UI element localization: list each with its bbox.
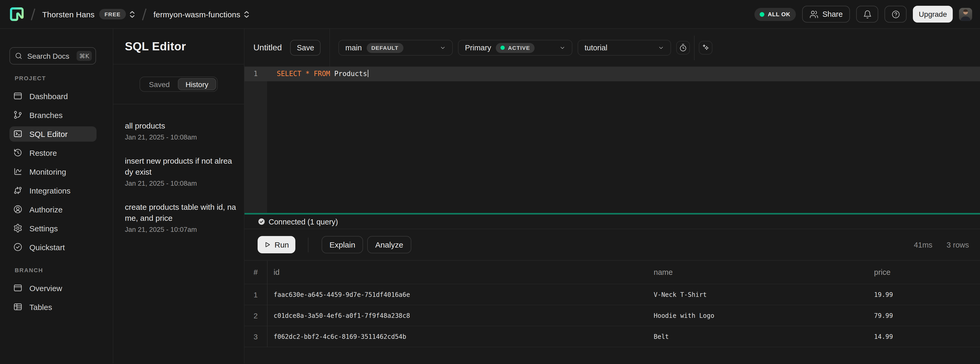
cell-index: 1 bbox=[245, 290, 267, 299]
help-button[interactable] bbox=[885, 6, 907, 22]
results-header-row: # id name price bbox=[245, 261, 980, 284]
controls-divider bbox=[330, 29, 330, 67]
tabs-control: Saved History bbox=[140, 76, 218, 92]
active-dot-icon bbox=[501, 46, 505, 50]
notifications-button[interactable] bbox=[856, 6, 878, 22]
query-duration: 41ms bbox=[914, 240, 932, 249]
sidebar-item-dashboard[interactable]: Dashboard bbox=[10, 87, 97, 105]
compute-active-badge: ACTIVE bbox=[496, 43, 535, 53]
sidebar-item-label: Quickstart bbox=[29, 243, 65, 251]
stopwatch-icon bbox=[679, 43, 687, 52]
sidebar-item-restore[interactable]: Restore bbox=[10, 143, 97, 162]
status-badge[interactable]: ALL OK bbox=[755, 8, 795, 21]
sql-code-editor[interactable]: 1 SELECT * FROM Products bbox=[245, 67, 980, 213]
branch-select[interactable]: main DEFAULT bbox=[339, 40, 453, 56]
tab-saved[interactable]: Saved bbox=[141, 78, 178, 91]
topbar-actions: ALL OK Share Upgrade bbox=[755, 6, 972, 22]
sidebar-item-label: Monitoring bbox=[29, 167, 66, 176]
avatar-photo bbox=[959, 8, 972, 21]
connection-status-row: Connected (1 query) bbox=[245, 215, 980, 229]
sidebar-item-monitoring[interactable]: Monitoring bbox=[10, 162, 97, 181]
query-history-timer-button[interactable] bbox=[676, 41, 690, 54]
sidebar-item-integrations[interactable]: Integrations bbox=[10, 181, 97, 200]
share-button[interactable]: Share bbox=[802, 6, 850, 22]
save-button[interactable]: Save bbox=[290, 40, 321, 56]
sql-table-name: Products bbox=[334, 70, 367, 78]
sidebar-item-authorize[interactable]: Authorize bbox=[10, 200, 97, 219]
sidebar-item-tables[interactable]: Tables bbox=[10, 297, 97, 316]
cell-name: V-Neck T-Shirt bbox=[654, 291, 874, 298]
bell-icon bbox=[863, 10, 872, 19]
query-meta: 41ms 3 rows bbox=[914, 240, 969, 249]
connected-label: Connected (1 query) bbox=[269, 218, 338, 226]
ai-assist-button[interactable] bbox=[699, 41, 713, 54]
table-row[interactable]: 3 f062dc2-bbf2-4c6c-8169-3511462cd54b Be… bbox=[245, 326, 980, 347]
check-circle-icon bbox=[258, 218, 265, 225]
tables-icon bbox=[13, 302, 22, 312]
cell-id: c01dce8a-3a50-4ef6-a0f1-7f9f48a238c8 bbox=[267, 312, 654, 319]
sidebar-item-label: Branches bbox=[29, 110, 63, 119]
neon-logo-icon[interactable] bbox=[10, 7, 24, 21]
tab-history[interactable]: History bbox=[178, 78, 216, 91]
history-list: all products Jan 21, 2025 - 10:08am inse… bbox=[113, 104, 244, 248]
project-selector-chevrons-icon[interactable] bbox=[244, 11, 249, 17]
cell-index: 3 bbox=[245, 332, 267, 341]
org-selector-chevrons-icon[interactable] bbox=[130, 11, 135, 17]
page-title: SQL Editor bbox=[125, 40, 186, 53]
sidebar-item-branches[interactable]: Branches bbox=[10, 105, 97, 124]
cell-id: f062dc2-bbf2-4c6c-8169-3511462cd54b bbox=[267, 333, 654, 340]
breadcrumb-slash bbox=[142, 8, 146, 20]
sql-keyword: SELECT bbox=[277, 70, 301, 78]
status-label: ALL OK bbox=[768, 11, 790, 17]
sql-space bbox=[310, 70, 314, 78]
compute-select-value: Primary bbox=[465, 43, 491, 52]
results-table: # id name price 1 faac630e-a645-4459-9d7… bbox=[245, 260, 980, 347]
sidebar: Search Docs ⌘K PROJECT Dashboard Branche… bbox=[0, 29, 113, 364]
history-item[interactable]: create products table with id, name, and… bbox=[125, 202, 236, 234]
integrations-icon bbox=[13, 186, 22, 195]
explain-button[interactable]: Explain bbox=[321, 236, 363, 253]
search-docs-input[interactable]: Search Docs ⌘K bbox=[10, 47, 96, 65]
history-item-date: Jan 21, 2025 - 10:08am bbox=[125, 133, 236, 141]
users-icon bbox=[809, 10, 818, 19]
cell-price: 14.99 bbox=[874, 333, 980, 340]
project-name[interactable]: fermyon-wasm-functions bbox=[153, 10, 240, 19]
run-button[interactable]: Run bbox=[258, 236, 295, 253]
project-section-label: PROJECT bbox=[15, 75, 113, 81]
share-label: Share bbox=[822, 10, 843, 18]
cell-name: Belt bbox=[654, 333, 874, 340]
sidebar-item-label: Overview bbox=[29, 283, 62, 292]
database-select[interactable]: tutorial bbox=[578, 40, 671, 56]
app: Thorsten Hans FREE fermyon-wasm-function… bbox=[0, 0, 980, 364]
cell-name: Hoodie with Logo bbox=[654, 312, 874, 319]
authorize-icon bbox=[13, 205, 22, 214]
branch-select-value: main bbox=[345, 43, 362, 52]
table-row[interactable]: 1 faac630e-a645-4459-9d7e-751df4016a6e V… bbox=[245, 284, 980, 305]
compute-select[interactable]: Primary ACTIVE bbox=[458, 40, 573, 56]
history-item-date: Jan 21, 2025 - 10:07am bbox=[125, 226, 236, 234]
upgrade-button[interactable]: Upgrade bbox=[913, 6, 953, 22]
cell-index: 2 bbox=[245, 311, 267, 319]
settings-gear-icon bbox=[13, 223, 22, 233]
table-row[interactable]: 2 c01dce8a-3a50-4ef6-a0f1-7f9f48a238c8 H… bbox=[245, 305, 980, 326]
org-name[interactable]: Thorsten Hans bbox=[42, 10, 94, 19]
sql-keyword: FROM bbox=[314, 70, 330, 78]
status-dot-icon bbox=[760, 12, 765, 16]
overview-icon bbox=[13, 283, 22, 292]
col-header-name: name bbox=[654, 268, 874, 277]
sidebar-item-settings[interactable]: Settings bbox=[10, 219, 97, 238]
sidebar-item-overview[interactable]: Overview bbox=[10, 278, 97, 297]
user-avatar[interactable] bbox=[959, 8, 972, 21]
col-header-index: # bbox=[245, 268, 267, 277]
history-item[interactable]: insert new products if not already exist… bbox=[125, 155, 236, 187]
sidebar-item-sql-editor[interactable]: SQL Editor bbox=[10, 126, 97, 141]
sidebar-item-quickstart[interactable]: Quickstart bbox=[10, 238, 97, 256]
history-item[interactable]: all products Jan 21, 2025 - 10:08am bbox=[125, 120, 236, 141]
analyze-button[interactable]: Analyze bbox=[367, 236, 411, 253]
breadcrumb: Thorsten Hans FREE fermyon-wasm-function… bbox=[10, 7, 249, 21]
branches-icon bbox=[13, 110, 22, 119]
history-item-date: Jan 21, 2025 - 10:08am bbox=[125, 180, 236, 187]
main-area: Untitled Save main DEFAULT Primary ACTIV… bbox=[245, 29, 980, 364]
sidebar-item-label: Restore bbox=[29, 148, 57, 157]
query-name[interactable]: Untitled bbox=[253, 43, 282, 52]
